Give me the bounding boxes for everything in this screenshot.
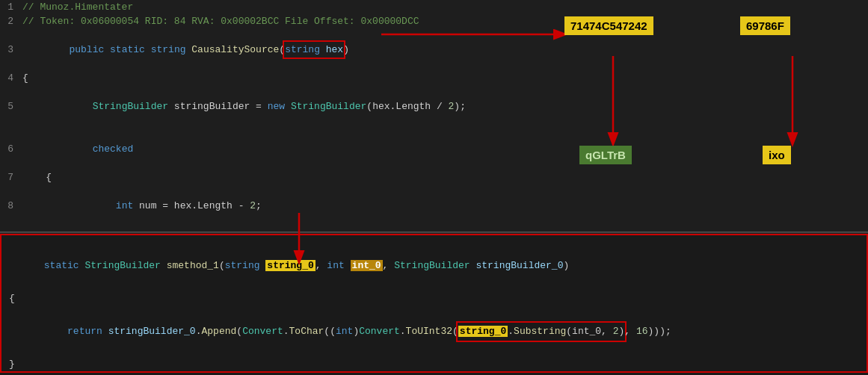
line-content-4: { [22, 71, 868, 85]
code-line-3: 3 public static string CausalitySource(s… [0, 28, 868, 71]
code-line-6: 6 checked [0, 128, 868, 170]
line-content-8: int num = hex.Length - 2; [22, 185, 868, 227]
code-editor: 1 // Munoz.Himentater 2 // Token: 0x0600… [0, 0, 868, 232]
line-num-4: 4 [0, 71, 22, 85]
bottom-code-block: static StringBuilder smethod_1(string st… [0, 234, 868, 373]
code-line-8: 8 int num = hex.Length - 2; [0, 185, 868, 227]
bottom-line-4: } [9, 356, 859, 373]
label-69786F: 69786F [740, 16, 790, 35]
line-content-7: { [22, 170, 868, 185]
line-num-5: 5 [0, 99, 22, 114]
bottom-line-4-content: } [9, 356, 15, 373]
bottom-line-2: { [9, 291, 859, 307]
code-line-7: 7 { [0, 170, 868, 185]
line-num-1: 1 [0, 0, 22, 14]
code-lines: 1 // Munoz.Himentater 2 // Token: 0x0600… [0, 0, 868, 232]
code-line-2: 2 // Token: 0x06000054 RID: 84 RVA: 0x00… [0, 14, 868, 28]
bottom-line-3: return stringBuilder_0.Append(Convert.To… [9, 307, 859, 356]
bottom-line-1: static StringBuilder smethod_1(string st… [9, 241, 859, 291]
code-line-5: 5 StringBuilder stringBuilder = new Stri… [0, 85, 868, 128]
line-content-5: StringBuilder stringBuilder = new String… [22, 85, 868, 128]
label-ixo: ixo [763, 146, 791, 164]
label-71474C547242: 71474C547242 [564, 16, 653, 35]
code-line-4: 4 { [0, 71, 868, 85]
line-content-1: // Munoz.Himentater [22, 0, 868, 14]
line-content-6: checked [22, 128, 868, 170]
label-qGLTrB: qGLTrB [579, 146, 632, 164]
line-num-6: 6 [0, 142, 22, 156]
line-num-2: 2 [0, 14, 22, 28]
bottom-line-2-content: { [9, 291, 15, 307]
line-content-9: for (int i = 0; i <= num; i += 2) [22, 227, 868, 232]
line-num-8: 8 [0, 199, 22, 213]
line-num-7: 7 [0, 170, 22, 185]
code-line-9: 9 for (int i = 0; i <= num; i += 2) [0, 227, 868, 232]
bottom-line-1-content: static StringBuilder smethod_1(string st… [9, 241, 569, 291]
bottom-line-3-content: return stringBuilder_0.Append(Convert.To… [9, 307, 671, 356]
code-line-1: 1 // Munoz.Himentater [0, 0, 868, 14]
line-num-3: 3 [0, 43, 22, 57]
